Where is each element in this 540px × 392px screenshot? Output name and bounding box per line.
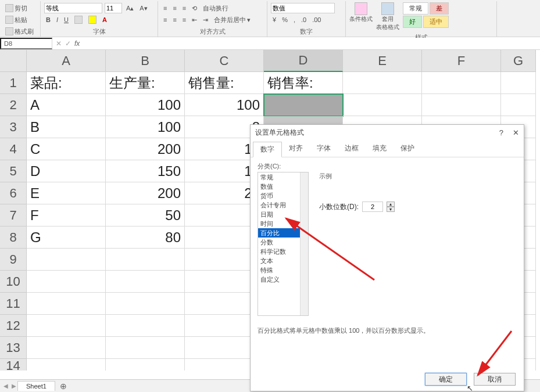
align-left-button[interactable]: ≡ [162, 16, 169, 24]
align-top-button[interactable]: ≡ [162, 4, 169, 12]
cell[interactable]: 菜品: [27, 72, 106, 94]
row-header[interactable]: 5 [0, 160, 27, 182]
font-size-select[interactable] [105, 3, 122, 13]
col-header-c[interactable]: C [185, 50, 264, 72]
font-color-button[interactable]: A [101, 16, 109, 24]
cell[interactable] [27, 359, 106, 371]
format-painter-button[interactable]: 格式刷 [3, 27, 35, 37]
cell[interactable]: 150 [106, 160, 185, 182]
fill-color-button[interactable] [87, 15, 98, 24]
decrease-font-button[interactable]: A▾ [138, 4, 149, 13]
align-mid-button[interactable]: ≡ [171, 4, 178, 12]
cell[interactable] [106, 249, 185, 271]
spin-up-button[interactable]: ▲ [387, 202, 395, 207]
col-header-f[interactable]: F [422, 50, 501, 72]
sheet-tab[interactable]: Sheet1 [17, 381, 55, 391]
cell[interactable]: 销售率: [264, 72, 343, 94]
row-header[interactable]: 8 [0, 226, 27, 249]
cell[interactable]: 80 [106, 226, 185, 249]
cell[interactable]: E [27, 182, 106, 204]
enter-formula-button[interactable]: ✓ [65, 39, 71, 48]
increase-decimal-button[interactable]: .0 [299, 16, 308, 24]
cell[interactable]: F [27, 204, 106, 226]
cell-style-normal[interactable]: 常规 [403, 2, 428, 15]
cell[interactable] [27, 271, 106, 293]
underline-button[interactable]: U [62, 16, 70, 24]
dialog-help-button[interactable]: ? [499, 128, 503, 137]
cell[interactable]: 100 [185, 94, 264, 116]
decrease-decimal-button[interactable]: .00 [310, 16, 323, 24]
border-button[interactable] [73, 15, 84, 24]
cell[interactable]: 50 [106, 204, 185, 226]
currency-button[interactable]: ¥ [271, 16, 278, 24]
cell[interactable]: D [27, 160, 106, 182]
cell[interactable] [106, 315, 185, 337]
cell[interactable]: C [27, 138, 106, 160]
name-box[interactable] [0, 38, 52, 49]
cell[interactable] [27, 249, 106, 271]
cell[interactable]: 200 [106, 182, 185, 204]
ok-button[interactable]: 确定 [425, 373, 467, 386]
spin-down-button[interactable]: ▼ [387, 207, 395, 212]
conditional-format-button[interactable]: 条件格式 [349, 15, 373, 23]
cell[interactable]: 200 [106, 138, 185, 160]
cell[interactable] [27, 315, 106, 337]
comma-button[interactable]: , [292, 16, 297, 24]
cell[interactable] [106, 359, 185, 371]
dialog-titlebar[interactable]: 设置单元格格式 ? ✕ [251, 125, 524, 140]
align-bot-button[interactable]: ≡ [181, 4, 188, 12]
tab-font[interactable]: 字体 [310, 141, 338, 157]
row-header[interactable]: 2 [0, 94, 27, 116]
italic-button[interactable]: I [55, 16, 60, 24]
cell[interactable] [264, 94, 343, 116]
align-center-button[interactable]: ≡ [171, 16, 178, 24]
col-header-d[interactable]: D [264, 50, 343, 72]
cell[interactable] [106, 337, 185, 359]
cancel-button[interactable]: 取消 [474, 373, 516, 386]
cell[interactable]: B [27, 116, 106, 138]
cell[interactable]: 100 [106, 116, 185, 138]
select-all-corner[interactable] [0, 50, 27, 72]
sheet-prev-button[interactable]: ◀ [2, 383, 9, 389]
cancel-formula-button[interactable]: ✕ [56, 39, 62, 48]
cell[interactable] [106, 293, 185, 315]
row-header[interactable]: 9 [0, 249, 27, 271]
wrap-text-button[interactable]: 自动换行 [201, 3, 230, 13]
row-header[interactable]: 10 [0, 271, 27, 293]
decimals-input[interactable] [362, 202, 383, 212]
cell[interactable] [27, 337, 106, 359]
merge-center-button[interactable]: 合并后居中 ▾ [212, 15, 252, 25]
cell[interactable] [422, 72, 501, 94]
row-header[interactable]: 11 [0, 293, 27, 315]
indent-dec-button[interactable]: ⇤ [190, 16, 199, 24]
cell[interactable] [501, 94, 536, 116]
add-sheet-button[interactable]: ⊕ [56, 382, 70, 391]
cell-style-good[interactable]: 好 [403, 16, 422, 28]
cell-style-neutral[interactable]: 适中 [423, 16, 449, 28]
scrollbar[interactable] [300, 172, 308, 315]
percent-button[interactable]: % [280, 16, 289, 24]
cut-button[interactable]: 剪切 [3, 3, 29, 13]
col-header-a[interactable]: A [27, 50, 106, 72]
cell[interactable]: 生产量: [106, 72, 185, 94]
cell[interactable] [343, 94, 422, 116]
tab-border[interactable]: 边框 [338, 141, 366, 157]
bold-button[interactable]: B [44, 16, 52, 24]
dialog-close-button[interactable]: ✕ [513, 128, 519, 137]
tab-alignment[interactable]: 对齐 [282, 141, 310, 157]
number-format-select[interactable] [271, 3, 335, 13]
font-name-select[interactable] [44, 3, 102, 13]
cell[interactable] [27, 293, 106, 315]
row-header[interactable]: 13 [0, 337, 27, 359]
col-header-b[interactable]: B [106, 50, 185, 72]
cell[interactable] [501, 72, 536, 94]
sheet-next-button[interactable]: ▶ [10, 383, 17, 389]
format-as-table-button[interactable]: 套用 表格格式 [376, 15, 399, 31]
indent-inc-button[interactable]: ⇥ [201, 16, 210, 24]
row-header[interactable]: 6 [0, 182, 27, 204]
cell[interactable] [422, 94, 501, 116]
cell[interactable]: G [27, 226, 106, 249]
increase-font-button[interactable]: A▴ [124, 4, 135, 13]
row-header[interactable]: 7 [0, 204, 27, 226]
col-header-g[interactable]: G [501, 50, 536, 72]
